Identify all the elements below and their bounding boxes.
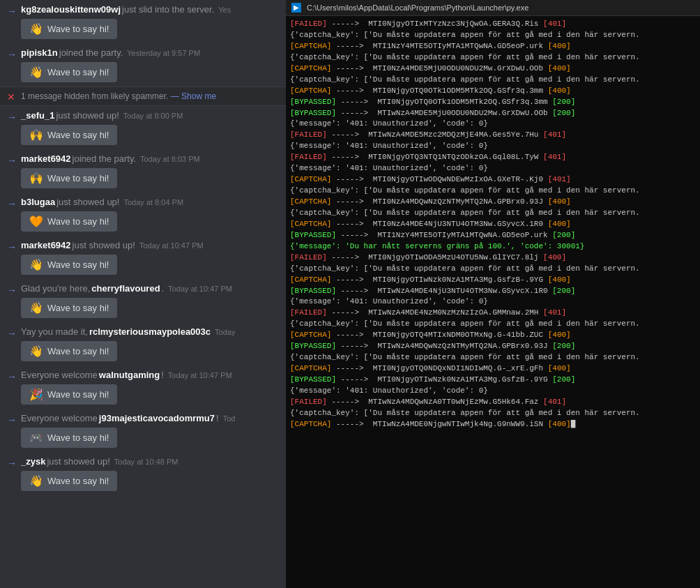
- message-line: {'message': '401: Unauthorized', 'code':…: [290, 142, 488, 150]
- wave-button[interactable]: 👋 Wave to say hi!: [21, 62, 117, 82]
- terminal-line: {'message': '401: Unauthorized', 'code':…: [290, 141, 696, 152]
- terminal-line: [CAPTCHA] -----> MTI0NjgyOTIwNzk0NzA1MTA…: [290, 275, 696, 286]
- terminal-line: [CAPTCHA] -----> MTI0NzA4MDE5MjU0ODU0NDU…: [290, 63, 696, 75]
- captcha-tag: [CAPTCHA]: [290, 420, 331, 428]
- username: kg8zealouskittenw09wj: [21, 4, 121, 15]
- arrow-icon: →: [7, 458, 17, 469]
- wave-button[interactable]: 👋 Wave to say hi!: [21, 298, 117, 318]
- bypassed-tag: [BYPASSED]: [290, 287, 336, 295]
- wave-button[interactable]: 👋 Wave to say hi!: [21, 19, 117, 39]
- wave-label: Wave to say hi!: [47, 346, 109, 356]
- bypassed-tag: [BYPASSED]: [290, 342, 336, 350]
- header-line: market6942 just showed up!Today at 10:47…: [21, 240, 277, 250]
- wave-emoji: 🧡: [29, 215, 43, 228]
- chat-item: → _zysk just showed up!Today at 10:48 PM…: [0, 452, 286, 495]
- wave-button[interactable]: 👋 Wave to say hi!: [21, 341, 117, 361]
- message-line: {'message': '401: Unauthorized', 'code':…: [290, 297, 488, 306]
- terminal-line: {'message': '401: Unauthorized', 'code':…: [290, 386, 696, 397]
- key-line: {'captcha_key': ['Du måste uppdatera app…: [290, 353, 640, 361]
- chat-item: → market6942 joined the party.Today at 8…: [0, 149, 286, 193]
- key-line: {'captcha_key': ['Du måste uppdatera app…: [290, 319, 640, 328]
- header-line: b3lugaa just showed up!Today at 8:04 PM: [21, 197, 277, 207]
- arrow-icon: →: [7, 155, 17, 166]
- bypassed-tag: [BYPASSED]: [290, 231, 336, 239]
- wave-button[interactable]: 👋 Wave to say hi!: [21, 471, 117, 491]
- terminal-line: [CAPTCHA] -----> MTI0NzA4MDQwNzQzNTMyMTQ…: [290, 197, 696, 208]
- terminal-title: C:\Users\milos\AppData\Local\Programs\Py…: [307, 3, 528, 12]
- wave-button[interactable]: 🧡 Wave to say hi!: [21, 211, 117, 232]
- bypassed-tag: [BYPASSED]: [290, 98, 336, 106]
- wave-emoji: 🙌: [29, 172, 43, 185]
- chat-item: → pipisk1n joined the party.Yesterday at…: [0, 43, 286, 86]
- terminal-line: [BYPASSED] -----> MTI0NjgyOTIwNzk0NzA1MT…: [290, 375, 696, 386]
- terminal-line: [CAPTCHA] -----> MTI0NzA4MDE4NjU3NTU4OTM…: [290, 219, 696, 230]
- terminal-line: [BYPASSED] -----> MTIwNzA4MDE4NjU3NTU4OT…: [290, 286, 696, 297]
- terminal-body[interactable]: [FAILED] -----> MTI0NjgyOTIxMTYzNzc3NjQw…: [286, 16, 700, 588]
- timestamp: Today at 10:47 PM: [139, 241, 204, 250]
- chat-item: → Glad you're here, cherryflavoured.Toda…: [0, 279, 286, 322]
- divider-message: ✕ 1 message hidden from likely spammer. …: [0, 86, 286, 106]
- failed-tag: [FAILED]: [290, 153, 327, 161]
- wave-emoji: 👋: [29, 345, 43, 358]
- terminal-line: {'message': 'Du har nått serverns gräns …: [290, 241, 696, 252]
- wave-button[interactable]: 🙌 Wave to say hi!: [21, 168, 117, 188]
- wave-emoji: 👋: [29, 258, 43, 271]
- wave-emoji: 🎉: [29, 388, 43, 401]
- wave-button[interactable]: 🎮 Wave to say hi!: [21, 428, 117, 448]
- wave-label: Wave to say hi!: [47, 389, 109, 400]
- wave-button[interactable]: 🎉 Wave to say hi!: [21, 384, 117, 405]
- bypassed-tag: [BYPASSED]: [290, 375, 336, 384]
- header-line: Yay you made it, rclmysteriousmaypolea00…: [21, 326, 277, 337]
- pre-text: Yay you made it,: [21, 326, 88, 337]
- key-line: {'captcha_key': ['Du måste uppdatera app…: [290, 75, 640, 84]
- chat-item: → market6942 just showed up!Today at 10:…: [0, 236, 286, 279]
- wave-label: Wave to say hi!: [47, 67, 109, 77]
- terminal-line: [BYPASSED] -----> MTIwNzA4MDQwNzQzNTMyMT…: [290, 341, 696, 352]
- show-link[interactable]: — Show me: [171, 91, 216, 101]
- terminal-line: [BYPASSED] -----> MTI0NjgyOTQ0OTk1ODM5MT…: [290, 97, 696, 108]
- pre-text: Everyone welcome: [21, 370, 98, 380]
- terminal-line: {'captcha_key': ['Du måste uppdatera app…: [290, 75, 696, 86]
- wave-button[interactable]: 👋 Wave to say hi!: [21, 255, 117, 275]
- key-line: {'captcha_key': ['Du måste uppdatera app…: [290, 209, 640, 217]
- arrow-icon: →: [7, 328, 17, 339]
- terminal-line: [FAILED] -----> MTIwNzA4MDQwNzA0TT0wNjEz…: [290, 397, 696, 408]
- timestamp: Today at 10:48 PM: [114, 458, 178, 466]
- wave-label: Wave to say hi!: [47, 24, 109, 34]
- header-line: _sefu_1 just showed up!Today at 8:00 PM: [21, 110, 277, 121]
- timestamp: Today at 8:00 PM: [123, 112, 183, 120]
- header-line: Everyone welcome j93majesticavocadomrmu7…: [21, 413, 277, 423]
- chat-item: → _sefu_1 just showed up!Today at 8:00 P…: [0, 106, 286, 149]
- timestamp: Today at 10:47 PM: [168, 285, 232, 293]
- pre-text: Everyone welcome: [21, 413, 98, 423]
- captcha-tag: [CAPTCHA]: [290, 331, 331, 339]
- header-line: kg8zealouskittenw09wj just slid into the…: [21, 4, 277, 15]
- header-line: Glad you're here, cherryflavoured.Today …: [21, 283, 277, 294]
- action-text: just showed up!: [56, 197, 119, 207]
- action-text: joined the party.: [73, 153, 137, 164]
- username: _sefu_1: [21, 110, 54, 121]
- wave-emoji: 🎮: [29, 431, 43, 444]
- action-text: just slid into the server.: [122, 4, 214, 15]
- key-line: {'captcha_key': ['Du måste uppdatera app…: [290, 409, 640, 417]
- wave-emoji: 👋: [29, 474, 43, 488]
- chat-item: → Everyone welcome j93majesticavocadomrm…: [0, 409, 286, 452]
- wave-emoji: 👋: [29, 301, 43, 315]
- action-text: just showed up!: [47, 456, 109, 467]
- arrow-icon: →: [7, 285, 17, 296]
- terminal-line: {'captcha_key': ['Du måste uppdatera app…: [290, 264, 696, 275]
- timestamp: Today: [215, 328, 235, 336]
- wave-emoji: 🙌: [29, 128, 43, 142]
- timestamp: Yesterday at 9:57 PM: [127, 49, 200, 57]
- terminal-line: {'captcha_key': ['Du måste uppdatera app…: [290, 52, 696, 63]
- failed-tag: [FAILED]: [290, 398, 327, 406]
- timestamp: Today at 8:04 PM: [123, 198, 183, 206]
- username: walnutgaming: [99, 370, 160, 380]
- timestamp: Today at 8:03 PM: [140, 155, 200, 163]
- wave-emoji: 👋: [29, 66, 43, 79]
- terminal-line: [BYPASSED] -----> MTIwNzA4MDE5MjU0ODU0ND…: [290, 108, 696, 119]
- wave-button[interactable]: 🙌 Wave to say hi!: [21, 125, 117, 145]
- timestamp: Yes: [218, 6, 231, 14]
- terminal-line: [CAPTCHA] -----> MTIwNzA4MDE0NjgwNTIwMjk…: [290, 419, 696, 430]
- username: _zysk: [21, 456, 45, 467]
